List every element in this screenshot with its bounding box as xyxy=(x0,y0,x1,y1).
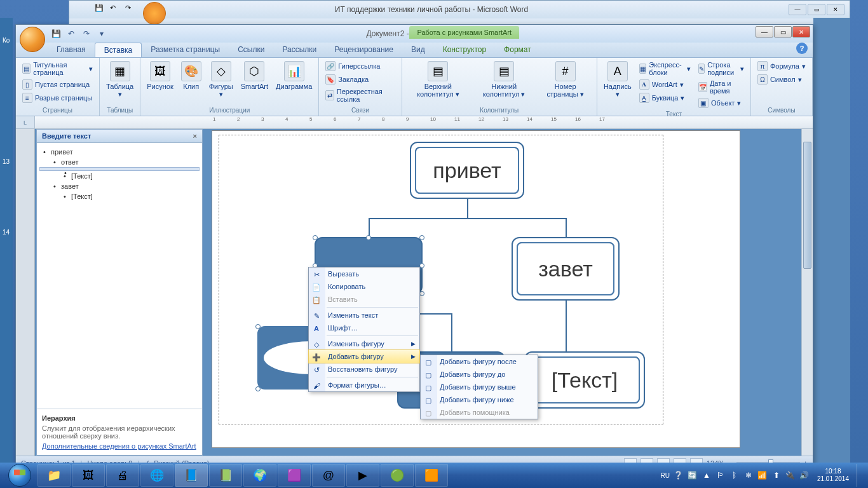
quick-parts-button[interactable]: ▦Экспресс-блоки ▾ xyxy=(637,60,693,78)
horizontal-ruler[interactable]: L 1234567891011121314151617 xyxy=(16,116,813,129)
undo-icon[interactable]: ↶ xyxy=(110,4,123,15)
list-item[interactable]: привет xyxy=(39,147,200,157)
bookmark-button[interactable]: 🔖Закладка xyxy=(323,73,397,86)
minimize-button[interactable]: — xyxy=(756,26,773,37)
office-button[interactable] xyxy=(20,27,45,52)
tab-review[interactable]: Рецензирование xyxy=(325,43,402,57)
smartart-button[interactable]: ⬡SmartArt xyxy=(238,60,271,92)
office-button-icon[interactable] xyxy=(143,2,166,25)
scrollbar-thumb[interactable] xyxy=(803,142,811,269)
tab-design[interactable]: Конструктор xyxy=(434,43,495,57)
restore-button[interactable]: ▭ xyxy=(774,26,792,37)
tab-page-layout[interactable]: Разметка страницы xyxy=(142,43,229,57)
submenu-add-below[interactable]: ▢Добавить фигуру ниже xyxy=(421,393,538,406)
menu-edit-text[interactable]: ✎Изменить текст xyxy=(309,309,419,322)
tab-references[interactable]: Ссылки xyxy=(229,43,273,57)
symbol-button[interactable]: ΩСимвол ▾ xyxy=(755,73,808,86)
taskbar-app[interactable]: @ xyxy=(312,464,345,487)
list-item[interactable]: [Текст] xyxy=(39,191,200,201)
volume-tray-icon[interactable]: 🔊 xyxy=(799,470,810,480)
signature-line-button[interactable]: ✎Строка подписи ▾ xyxy=(696,60,747,78)
fg-titlebar[interactable]: 💾 ↶ ↷ ▾ Документ2 - Microsoft Word Работ… xyxy=(16,25,813,43)
ruler-corner[interactable]: L xyxy=(16,116,35,128)
wordart-button[interactable]: 𝐀WordArt ▾ xyxy=(637,78,693,91)
shapes-button[interactable]: ◇Фигуры▾ xyxy=(207,60,236,99)
tab-insert[interactable]: Вставка xyxy=(95,43,142,57)
tray-icon[interactable]: ▲ xyxy=(702,470,712,480)
menu-reset-shape[interactable]: ↺Восстановить фигуру xyxy=(309,363,419,376)
submenu-add-after[interactable]: ▢Добавить фигуру после xyxy=(421,355,538,368)
tray-icon[interactable]: ❄ xyxy=(743,470,754,480)
equation-button[interactable]: πФормула ▾ xyxy=(755,60,808,72)
redo-icon[interactable]: ↷ xyxy=(125,4,138,15)
start-button[interactable] xyxy=(3,463,37,487)
text-pane-body[interactable]: привет ответ [Текст] завет [Текст] xyxy=(37,143,202,409)
show-desktop-button[interactable] xyxy=(857,464,862,487)
menu-font[interactable]: AШрифт… xyxy=(309,322,419,334)
taskbar-excel[interactable]: 📗 xyxy=(209,464,242,487)
minimize-button[interactable]: — xyxy=(789,4,806,15)
taskbar-app[interactable]: 🟪 xyxy=(278,464,311,487)
submenu-add-before[interactable]: ▢Добавить фигуру до xyxy=(421,368,538,381)
menu-cut[interactable]: ✂Вырезать xyxy=(309,268,419,280)
qat-save-icon[interactable]: 💾 xyxy=(49,27,63,40)
list-item[interactable]: завет xyxy=(39,181,200,191)
language-bar[interactable]: RU xyxy=(660,472,669,479)
taskbar-app[interactable]: 🟧 xyxy=(415,464,448,487)
qat-redo-icon[interactable]: ↷ xyxy=(79,27,93,40)
page-number-button[interactable]: #Номер страницы ▾ xyxy=(538,60,593,99)
taskbar-word[interactable]: 📘 xyxy=(175,464,208,487)
tray-icon[interactable]: ⬆ xyxy=(771,470,782,480)
maximize-button[interactable]: ▭ xyxy=(808,4,825,15)
clipart-button[interactable]: 🎨Клип xyxy=(179,60,204,92)
menu-change-shape[interactable]: ◇Изменить фигуру▶ xyxy=(309,337,419,350)
network-tray-icon[interactable]: 📶 xyxy=(757,470,768,480)
tab-format[interactable]: Формат xyxy=(495,43,540,57)
flag-tray-icon[interactable]: 🏳 xyxy=(715,470,726,480)
power-tray-icon[interactable]: 🔌 xyxy=(785,470,796,480)
menu-copy[interactable]: 📄Копировать xyxy=(309,280,419,293)
menu-add-shape[interactable]: ➕Добавить фигуру▶ xyxy=(308,349,420,363)
clock[interactable]: 10:18 21.01.2014 xyxy=(813,468,853,483)
dropcap-button[interactable]: A̲Буквица ▾ xyxy=(637,92,693,104)
tab-home[interactable]: Главная xyxy=(48,43,95,57)
smartart-node[interactable]: [Текст] xyxy=(524,351,645,409)
taskbar-app[interactable]: 🖨 xyxy=(106,464,139,487)
textbox-button[interactable]: AНадпись▾ xyxy=(601,60,634,99)
list-item[interactable]: ответ xyxy=(39,157,200,167)
taskbar-app[interactable]: 🟢 xyxy=(381,464,414,487)
menu-format-shape[interactable]: 🖌Формат фигуры… xyxy=(309,379,419,391)
taskbar-app[interactable]: 🌍 xyxy=(243,464,276,487)
footer-link[interactable]: Дополнительные сведения о рисунках Smart… xyxy=(42,442,197,450)
tab-mailings[interactable]: Рассылки xyxy=(273,43,325,57)
close-button[interactable]: ✕ xyxy=(792,26,810,37)
smartart-node-root[interactable]: привет xyxy=(410,142,524,199)
smartart-node[interactable]: завет xyxy=(512,237,620,301)
vertical-scrollbar[interactable] xyxy=(801,129,813,456)
taskbar-explorer[interactable]: 📁 xyxy=(37,464,71,487)
help-tray-icon[interactable]: ❔ xyxy=(674,470,684,480)
cover-page-button[interactable]: ▤Титульная страница ▾ xyxy=(20,60,95,78)
submenu-add-above[interactable]: ▢Добавить фигуру выше xyxy=(421,381,538,393)
save-icon[interactable]: 💾 xyxy=(95,4,107,15)
tab-view[interactable]: Вид xyxy=(402,43,434,57)
hyperlink-button[interactable]: 🔗Гиперссылка xyxy=(323,60,397,72)
date-time-button[interactable]: 📅Дата и время xyxy=(696,78,747,96)
close-button[interactable]: ✕ xyxy=(827,4,844,15)
taskbar-chrome[interactable]: 🌐 xyxy=(140,464,173,487)
taskbar-app[interactable]: 🖼 xyxy=(72,464,105,487)
list-item[interactable]: [Текст] xyxy=(39,171,200,181)
vertical-ruler[interactable] xyxy=(16,129,35,456)
table-button[interactable]: ▦Таблица▾ xyxy=(104,60,136,99)
taskbar-media-player[interactable]: ▶ xyxy=(346,464,379,487)
footer-button[interactable]: ▤Нижний колонтитул ▾ xyxy=(473,60,535,99)
object-button[interactable]: ▣Объект ▾ xyxy=(696,97,747,109)
picture-button[interactable]: 🖼Рисунок xyxy=(144,60,176,92)
qat-customize-icon[interactable]: ▾ xyxy=(95,27,109,40)
cross-ref-button[interactable]: ⇄Перекрестная ссылка xyxy=(323,86,397,104)
bluetooth-tray-icon[interactable]: ᛒ xyxy=(729,470,740,480)
sync-tray-icon[interactable]: 🔄 xyxy=(688,470,698,480)
chart-button[interactable]: 📊Диаграмма xyxy=(273,60,315,92)
blank-page-button[interactable]: ▯Пустая страница xyxy=(20,78,95,91)
qat-undo-icon[interactable]: ↶ xyxy=(64,27,78,40)
